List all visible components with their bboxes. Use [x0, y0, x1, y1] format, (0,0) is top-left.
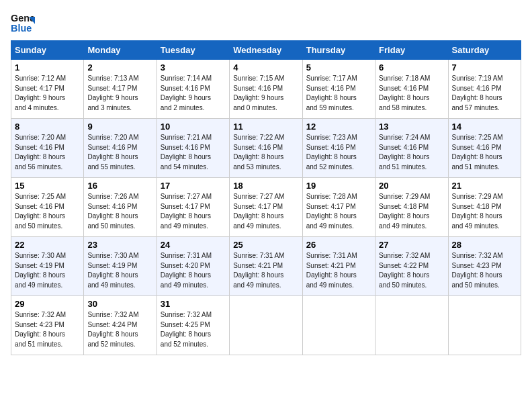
calendar-cell: 4Sunrise: 7:15 AMSunset: 4:16 PMDaylight…: [230, 60, 302, 119]
calendar-header-sunday: Sunday: [11, 41, 84, 60]
day-number: 28: [452, 240, 517, 250]
calendar-cell: 30Sunrise: 7:32 AMSunset: 4:24 PMDayligh…: [84, 296, 157, 355]
day-number: 23: [87, 240, 152, 250]
calendar-cell: 11Sunrise: 7:22 AMSunset: 4:16 PMDayligh…: [230, 119, 302, 178]
day-number: 5: [306, 62, 371, 73]
cell-info: Sunrise: 7:28 AMSunset: 4:17 PMDaylight:…: [306, 192, 371, 231]
calendar-cell: 17Sunrise: 7:27 AMSunset: 4:17 PMDayligh…: [157, 178, 229, 237]
day-number: 8: [15, 122, 80, 132]
day-number: 31: [161, 299, 226, 309]
calendar-cell: 12Sunrise: 7:23 AMSunset: 4:16 PMDayligh…: [302, 119, 375, 178]
cell-info: Sunrise: 7:24 AMSunset: 4:16 PMDaylight:…: [379, 133, 444, 172]
cell-info: Sunrise: 7:32 AMSunset: 4:23 PMDaylight:…: [452, 251, 517, 290]
calendar-cell: 24Sunrise: 7:31 AMSunset: 4:20 PMDayligh…: [157, 237, 229, 296]
day-number: 18: [233, 181, 298, 191]
calendar-cell: [375, 296, 448, 355]
page-header: General Blue: [11, 11, 521, 35]
cell-info: Sunrise: 7:20 AMSunset: 4:16 PMDaylight:…: [15, 133, 80, 172]
logo: General Blue: [11, 11, 35, 35]
cell-info: Sunrise: 7:22 AMSunset: 4:16 PMDaylight:…: [233, 133, 298, 172]
day-number: 12: [306, 122, 371, 132]
day-number: 15: [15, 181, 80, 191]
calendar-body: 1Sunrise: 7:12 AMSunset: 4:17 PMDaylight…: [11, 60, 521, 355]
calendar-cell: 7Sunrise: 7:19 AMSunset: 4:16 PMDaylight…: [448, 60, 521, 119]
day-number: 14: [452, 122, 517, 132]
cell-info: Sunrise: 7:21 AMSunset: 4:16 PMDaylight:…: [161, 133, 226, 172]
calendar-cell: [448, 296, 521, 355]
cell-info: Sunrise: 7:31 AMSunset: 4:21 PMDaylight:…: [306, 251, 371, 290]
day-number: 1: [15, 62, 80, 73]
cell-info: Sunrise: 7:31 AMSunset: 4:21 PMDaylight:…: [233, 251, 298, 290]
cell-info: Sunrise: 7:13 AMSunset: 4:17 PMDaylight:…: [87, 74, 152, 113]
calendar-header-saturday: Saturday: [448, 41, 521, 60]
calendar-cell: 23Sunrise: 7:30 AMSunset: 4:19 PMDayligh…: [84, 237, 157, 296]
calendar-cell: 14Sunrise: 7:25 AMSunset: 4:16 PMDayligh…: [448, 119, 521, 178]
cell-info: Sunrise: 7:26 AMSunset: 4:16 PMDaylight:…: [87, 192, 152, 231]
day-number: 9: [87, 122, 152, 132]
calendar-cell: 16Sunrise: 7:26 AMSunset: 4:16 PMDayligh…: [84, 178, 157, 237]
calendar-cell: 9Sunrise: 7:20 AMSunset: 4:16 PMDaylight…: [84, 119, 157, 178]
calendar-cell: 10Sunrise: 7:21 AMSunset: 4:16 PMDayligh…: [157, 119, 229, 178]
cell-info: Sunrise: 7:29 AMSunset: 4:18 PMDaylight:…: [452, 192, 517, 231]
calendar-week-1: 1Sunrise: 7:12 AMSunset: 4:17 PMDaylight…: [11, 60, 521, 119]
cell-info: Sunrise: 7:25 AMSunset: 4:16 PMDaylight:…: [15, 192, 80, 231]
calendar-cell: 18Sunrise: 7:27 AMSunset: 4:17 PMDayligh…: [230, 178, 302, 237]
day-number: 30: [87, 299, 152, 309]
cell-info: Sunrise: 7:27 AMSunset: 4:17 PMDaylight:…: [161, 192, 226, 231]
cell-info: Sunrise: 7:29 AMSunset: 4:18 PMDaylight:…: [379, 192, 444, 231]
day-number: 13: [379, 122, 444, 132]
day-number: 6: [379, 62, 444, 73]
calendar-cell: 6Sunrise: 7:18 AMSunset: 4:16 PMDaylight…: [375, 60, 448, 119]
calendar-table: SundayMondayTuesdayWednesdayThursdayFrid…: [11, 40, 521, 355]
day-number: 17: [161, 181, 226, 191]
calendar-cell: 28Sunrise: 7:32 AMSunset: 4:23 PMDayligh…: [448, 237, 521, 296]
cell-info: Sunrise: 7:20 AMSunset: 4:16 PMDaylight:…: [87, 133, 152, 172]
day-number: 27: [379, 240, 444, 250]
calendar-week-2: 8Sunrise: 7:20 AMSunset: 4:16 PMDaylight…: [11, 119, 521, 178]
calendar-cell: 8Sunrise: 7:20 AMSunset: 4:16 PMDaylight…: [11, 119, 84, 178]
day-number: 22: [15, 240, 80, 250]
calendar-header-wednesday: Wednesday: [230, 41, 302, 60]
cell-info: Sunrise: 7:19 AMSunset: 4:16 PMDaylight:…: [452, 74, 517, 113]
calendar-header-monday: Monday: [84, 41, 157, 60]
cell-info: Sunrise: 7:14 AMSunset: 4:16 PMDaylight:…: [161, 74, 226, 113]
calendar-cell: 3Sunrise: 7:14 AMSunset: 4:16 PMDaylight…: [157, 60, 229, 119]
calendar-cell: 31Sunrise: 7:32 AMSunset: 4:25 PMDayligh…: [157, 296, 229, 355]
calendar-cell: 29Sunrise: 7:32 AMSunset: 4:23 PMDayligh…: [11, 296, 84, 355]
day-number: 20: [379, 181, 444, 191]
day-number: 11: [233, 122, 298, 132]
day-number: 4: [233, 62, 298, 73]
calendar-week-5: 29Sunrise: 7:32 AMSunset: 4:23 PMDayligh…: [11, 296, 521, 355]
calendar-header-tuesday: Tuesday: [157, 41, 229, 60]
cell-info: Sunrise: 7:32 AMSunset: 4:23 PMDaylight:…: [15, 310, 80, 349]
cell-info: Sunrise: 7:32 AMSunset: 4:22 PMDaylight:…: [379, 251, 444, 290]
calendar-cell: [230, 296, 302, 355]
calendar-cell: 13Sunrise: 7:24 AMSunset: 4:16 PMDayligh…: [375, 119, 448, 178]
day-number: 16: [87, 181, 152, 191]
calendar-header-row: SundayMondayTuesdayWednesdayThursdayFrid…: [11, 41, 521, 60]
calendar-cell: 22Sunrise: 7:30 AMSunset: 4:19 PMDayligh…: [11, 237, 84, 296]
cell-info: Sunrise: 7:15 AMSunset: 4:16 PMDaylight:…: [233, 74, 298, 113]
day-number: 26: [306, 240, 371, 250]
cell-info: Sunrise: 7:31 AMSunset: 4:20 PMDaylight:…: [161, 251, 226, 290]
calendar-cell: 27Sunrise: 7:32 AMSunset: 4:22 PMDayligh…: [375, 237, 448, 296]
cell-info: Sunrise: 7:18 AMSunset: 4:16 PMDaylight:…: [379, 74, 444, 113]
calendar-cell: 20Sunrise: 7:29 AMSunset: 4:18 PMDayligh…: [375, 178, 448, 237]
day-number: 7: [452, 62, 517, 73]
calendar-week-3: 15Sunrise: 7:25 AMSunset: 4:16 PMDayligh…: [11, 178, 521, 237]
cell-info: Sunrise: 7:30 AMSunset: 4:19 PMDaylight:…: [87, 251, 152, 290]
calendar-cell: 2Sunrise: 7:13 AMSunset: 4:17 PMDaylight…: [84, 60, 157, 119]
day-number: 25: [233, 240, 298, 250]
cell-info: Sunrise: 7:32 AMSunset: 4:25 PMDaylight:…: [161, 310, 226, 349]
cell-info: Sunrise: 7:12 AMSunset: 4:17 PMDaylight:…: [15, 74, 80, 113]
calendar-header-thursday: Thursday: [302, 41, 375, 60]
calendar-cell: 19Sunrise: 7:28 AMSunset: 4:17 PMDayligh…: [302, 178, 375, 237]
cell-info: Sunrise: 7:32 AMSunset: 4:24 PMDaylight:…: [87, 310, 152, 349]
day-number: 21: [452, 181, 517, 191]
calendar-week-4: 22Sunrise: 7:30 AMSunset: 4:19 PMDayligh…: [11, 237, 521, 296]
calendar-cell: 21Sunrise: 7:29 AMSunset: 4:18 PMDayligh…: [448, 178, 521, 237]
calendar-cell: [302, 296, 375, 355]
day-number: 19: [306, 181, 371, 191]
svg-text:Blue: Blue: [11, 23, 32, 34]
cell-info: Sunrise: 7:25 AMSunset: 4:16 PMDaylight:…: [452, 133, 517, 172]
